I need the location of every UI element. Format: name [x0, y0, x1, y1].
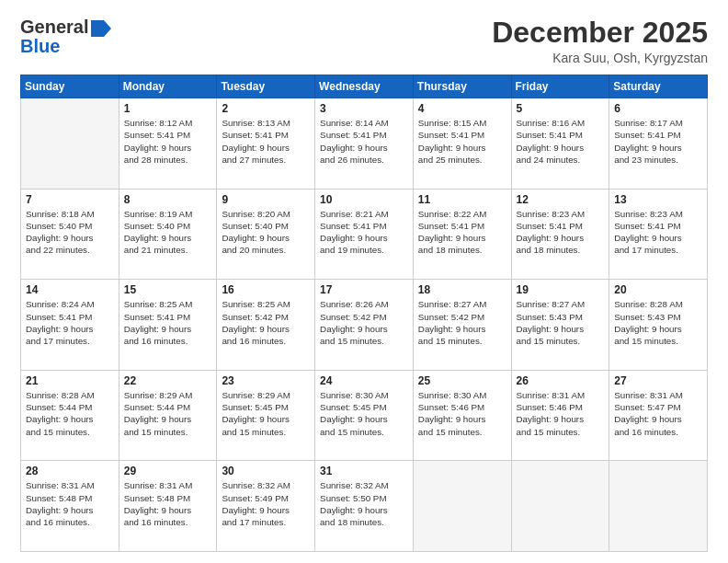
day-number: 19	[517, 283, 605, 296]
day-number: 11	[418, 193, 506, 206]
day-cell: 23Sunrise: 8:29 AMSunset: 5:45 PMDayligh…	[217, 370, 315, 461]
day-info: Sunrise: 8:16 AMSunset: 5:41 PMDaylight:…	[517, 117, 605, 166]
day-cell: 27Sunrise: 8:31 AMSunset: 5:47 PMDayligh…	[609, 370, 708, 461]
day-info: Sunrise: 8:17 AMSunset: 5:41 PMDaylight:…	[614, 117, 702, 166]
day-info: Sunrise: 8:22 AMSunset: 5:41 PMDaylight:…	[418, 208, 506, 257]
day-cell: 14Sunrise: 8:24 AMSunset: 5:41 PMDayligh…	[21, 280, 119, 371]
day-header-saturday: Saturday	[609, 75, 708, 98]
day-number: 15	[124, 283, 212, 296]
day-cell: 21Sunrise: 8:28 AMSunset: 5:44 PMDayligh…	[21, 370, 119, 461]
day-info: Sunrise: 8:31 AMSunset: 5:48 PMDaylight:…	[124, 479, 212, 528]
day-info: Sunrise: 8:27 AMSunset: 5:43 PMDaylight:…	[517, 298, 605, 347]
logo-general: General	[20, 17, 88, 38]
day-number: 30	[222, 465, 310, 477]
day-cell: 8Sunrise: 8:19 AMSunset: 5:40 PMDaylight…	[119, 189, 217, 280]
day-cell: 25Sunrise: 8:30 AMSunset: 5:46 PMDayligh…	[413, 370, 511, 461]
day-cell: 2Sunrise: 8:13 AMSunset: 5:41 PMDaylight…	[217, 98, 315, 190]
title-block: December 2025 Kara Suu, Osh, Kyrgyzstan	[492, 17, 708, 65]
day-header-monday: Monday	[119, 75, 217, 98]
day-info: Sunrise: 8:30 AMSunset: 5:46 PMDaylight:…	[418, 389, 506, 438]
day-number: 26	[517, 374, 605, 387]
day-number: 20	[614, 283, 702, 296]
day-number: 24	[320, 374, 408, 387]
day-header-tuesday: Tuesday	[217, 75, 315, 98]
day-number: 25	[418, 374, 506, 387]
day-cell: 13Sunrise: 8:23 AMSunset: 5:41 PMDayligh…	[609, 189, 708, 280]
day-cell: 9Sunrise: 8:20 AMSunset: 5:40 PMDaylight…	[217, 189, 315, 280]
day-number: 23	[222, 374, 310, 387]
day-number: 22	[124, 374, 212, 387]
day-info: Sunrise: 8:14 AMSunset: 5:41 PMDaylight:…	[320, 117, 408, 166]
day-cell	[413, 461, 511, 552]
day-info: Sunrise: 8:29 AMSunset: 5:44 PMDaylight:…	[124, 389, 212, 438]
day-number: 3	[320, 102, 408, 115]
day-cell: 3Sunrise: 8:14 AMSunset: 5:41 PMDaylight…	[315, 98, 414, 190]
day-number: 12	[517, 193, 605, 206]
day-cell: 7Sunrise: 8:18 AMSunset: 5:40 PMDaylight…	[21, 189, 119, 280]
day-number: 31	[320, 465, 408, 477]
day-number: 28	[26, 465, 114, 477]
day-header-thursday: Thursday	[413, 75, 511, 98]
day-number: 6	[614, 102, 702, 115]
day-cell	[511, 461, 609, 552]
day-info: Sunrise: 8:23 AMSunset: 5:41 PMDaylight:…	[517, 208, 605, 257]
day-cell: 26Sunrise: 8:31 AMSunset: 5:46 PMDayligh…	[511, 370, 609, 461]
day-cell: 31Sunrise: 8:32 AMSunset: 5:50 PMDayligh…	[315, 461, 414, 552]
day-number: 27	[614, 374, 702, 387]
page: General Blue December 2025 Kara Suu, Osh…	[0, 0, 728, 563]
day-cell: 28Sunrise: 8:31 AMSunset: 5:48 PMDayligh…	[21, 461, 119, 552]
week-row-5: 28Sunrise: 8:31 AMSunset: 5:48 PMDayligh…	[21, 461, 708, 552]
day-info: Sunrise: 8:23 AMSunset: 5:41 PMDaylight:…	[614, 208, 702, 257]
day-cell: 19Sunrise: 8:27 AMSunset: 5:43 PMDayligh…	[511, 280, 609, 371]
day-info: Sunrise: 8:25 AMSunset: 5:41 PMDaylight:…	[124, 298, 212, 347]
day-info: Sunrise: 8:32 AMSunset: 5:50 PMDaylight:…	[320, 479, 408, 528]
day-info: Sunrise: 8:31 AMSunset: 5:48 PMDaylight:…	[26, 479, 114, 528]
day-number: 21	[26, 374, 114, 387]
day-info: Sunrise: 8:18 AMSunset: 5:40 PMDaylight:…	[26, 208, 114, 257]
day-number: 18	[418, 283, 506, 296]
svg-marker-0	[91, 20, 111, 37]
day-number: 1	[124, 102, 212, 115]
day-number: 9	[222, 193, 310, 206]
day-cell: 24Sunrise: 8:30 AMSunset: 5:45 PMDayligh…	[315, 370, 414, 461]
week-row-3: 14Sunrise: 8:24 AMSunset: 5:41 PMDayligh…	[21, 280, 708, 371]
day-cell: 10Sunrise: 8:21 AMSunset: 5:41 PMDayligh…	[315, 189, 414, 280]
day-cell: 20Sunrise: 8:28 AMSunset: 5:43 PMDayligh…	[609, 280, 708, 371]
day-cell: 1Sunrise: 8:12 AMSunset: 5:41 PMDaylight…	[119, 98, 217, 190]
day-info: Sunrise: 8:30 AMSunset: 5:45 PMDaylight:…	[320, 389, 408, 438]
day-info: Sunrise: 8:26 AMSunset: 5:42 PMDaylight:…	[320, 298, 408, 347]
day-info: Sunrise: 8:21 AMSunset: 5:41 PMDaylight:…	[320, 208, 408, 257]
day-header-friday: Friday	[511, 75, 609, 98]
logo-icon	[91, 20, 111, 37]
day-number: 4	[418, 102, 506, 115]
calendar-title: December 2025	[492, 17, 708, 49]
day-cell: 6Sunrise: 8:17 AMSunset: 5:41 PMDaylight…	[609, 98, 708, 190]
day-info: Sunrise: 8:19 AMSunset: 5:40 PMDaylight:…	[124, 208, 212, 257]
day-cell: 22Sunrise: 8:29 AMSunset: 5:44 PMDayligh…	[119, 370, 217, 461]
day-info: Sunrise: 8:31 AMSunset: 5:46 PMDaylight:…	[517, 389, 605, 438]
logo: General Blue	[20, 17, 111, 57]
day-info: Sunrise: 8:28 AMSunset: 5:43 PMDaylight:…	[614, 298, 702, 347]
day-info: Sunrise: 8:12 AMSunset: 5:41 PMDaylight:…	[124, 117, 212, 166]
calendar-subtitle: Kara Suu, Osh, Kyrgyzstan	[492, 51, 708, 65]
day-cell: 11Sunrise: 8:22 AMSunset: 5:41 PMDayligh…	[413, 189, 511, 280]
logo-blue-text: Blue	[20, 36, 60, 57]
day-info: Sunrise: 8:29 AMSunset: 5:45 PMDaylight:…	[222, 389, 310, 438]
day-cell: 5Sunrise: 8:16 AMSunset: 5:41 PMDaylight…	[511, 98, 609, 190]
day-cell	[609, 461, 708, 552]
day-cell: 12Sunrise: 8:23 AMSunset: 5:41 PMDayligh…	[511, 189, 609, 280]
day-info: Sunrise: 8:24 AMSunset: 5:41 PMDaylight:…	[26, 298, 114, 347]
calendar-table: SundayMondayTuesdayWednesdayThursdayFrid…	[20, 75, 708, 552]
day-header-wednesday: Wednesday	[315, 75, 414, 98]
day-number: 14	[26, 283, 114, 296]
day-info: Sunrise: 8:13 AMSunset: 5:41 PMDaylight:…	[222, 117, 310, 166]
day-number: 13	[614, 193, 702, 206]
day-number: 8	[124, 193, 212, 206]
day-cell: 17Sunrise: 8:26 AMSunset: 5:42 PMDayligh…	[315, 280, 414, 371]
day-number: 5	[517, 102, 605, 115]
header: General Blue December 2025 Kara Suu, Osh…	[20, 17, 708, 65]
day-info: Sunrise: 8:28 AMSunset: 5:44 PMDaylight:…	[26, 389, 114, 438]
day-cell: 16Sunrise: 8:25 AMSunset: 5:42 PMDayligh…	[217, 280, 315, 371]
day-number: 2	[222, 102, 310, 115]
day-cell: 29Sunrise: 8:31 AMSunset: 5:48 PMDayligh…	[119, 461, 217, 552]
